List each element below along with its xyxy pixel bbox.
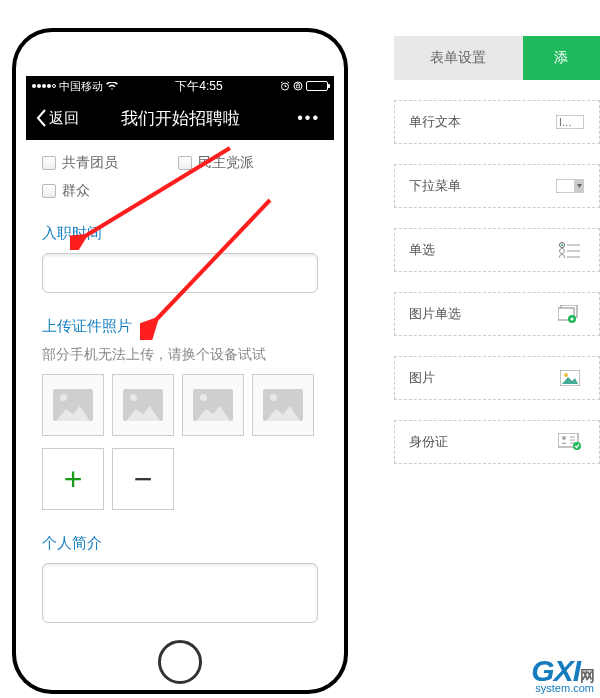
add-button[interactable]: + [42,448,104,510]
tab-add[interactable]: 添 [523,36,600,80]
more-button[interactable]: ••• [297,109,320,127]
component-single-text[interactable]: 单行文本 I… [394,100,600,144]
tab-row: 表单设置 添 [394,36,600,80]
profile-input[interactable] [42,563,318,623]
status-bar: 中国移动 下午4:55 [26,76,334,96]
checkbox-icon [42,184,56,198]
component-list: 单行文本 I… 下拉菜单 单选 图片单选 图片 身份证 [394,100,600,464]
right-panel: 表单设置 添 单行文本 I… 下拉菜单 单选 图片单选 图片 身份证 [394,36,600,464]
image-placeholder-icon [193,389,233,421]
field-label-join-date: 入职时间 [42,224,318,243]
checkbox-label: 群众 [62,182,90,200]
component-label: 图片单选 [409,305,461,323]
svg-point-7 [561,244,563,246]
remove-button[interactable]: − [112,448,174,510]
image-placeholder-icon [123,389,163,421]
checkbox-icon [178,156,192,170]
component-label: 单选 [409,241,435,259]
phone-frame: 中国移动 下午4:55 返回 我们开始招聘啦 ••• [12,28,348,694]
add-remove-row: + − [42,448,318,510]
component-label: 下拉菜单 [409,177,461,195]
image-placeholder-icon [263,389,303,421]
checkbox-item[interactable]: 民主党派 [178,154,254,172]
component-label: 图片 [409,369,435,387]
form-content: 共青团员 民主党派 群众 入职时间 上传证件照片 部分手机无法上传，请换个设备试… [26,140,334,624]
tab-form-settings[interactable]: 表单设置 [394,36,523,80]
upload-slot[interactable] [42,374,104,436]
phone-screen: 中国移动 下午4:55 返回 我们开始招聘啦 ••• [26,76,334,624]
checkbox-icon [42,156,56,170]
component-radio[interactable]: 单选 [394,228,600,272]
upload-slot[interactable] [252,374,314,436]
radio-icon [555,241,585,259]
image-radio-icon [555,305,585,323]
checkbox-item[interactable]: 群众 [42,182,318,200]
upload-grid [42,374,318,436]
field-label-profile: 个人简介 [42,534,318,553]
signal-dots-icon [32,84,56,88]
svg-point-16 [571,318,574,321]
checkbox-item[interactable]: 共青团员 [42,154,118,172]
id-card-icon [555,433,585,451]
component-label: 单行文本 [409,113,461,131]
upload-hint: 部分手机无法上传，请换个设备试试 [42,346,318,364]
svg-point-11 [560,255,565,259]
svg-point-9 [560,249,565,254]
clock-label: 下午4:55 [175,78,222,95]
component-label: 身份证 [409,433,448,451]
upload-slot[interactable] [112,374,174,436]
svg-point-18 [564,373,568,377]
checkbox-label: 共青团员 [62,154,118,172]
field-label-upload: 上传证件照片 [42,317,318,336]
watermark-url: system.com [531,682,594,694]
home-button[interactable] [158,640,202,684]
alarm-icon [280,81,290,91]
phone-inner: 中国移动 下午4:55 返回 我们开始招聘啦 ••• [16,32,344,690]
upload-slot[interactable] [182,374,244,436]
component-dropdown[interactable]: 下拉菜单 [394,164,600,208]
checkbox-group: 共青团员 民主党派 群众 [42,154,318,200]
image-icon [555,369,585,387]
watermark: GXI网 system.com [531,654,594,694]
checkbox-label: 民主党派 [198,154,254,172]
component-image[interactable]: 图片 [394,356,600,400]
battery-icon [306,81,328,91]
rotation-lock-icon [293,81,303,91]
back-label: 返回 [49,109,79,128]
back-button[interactable]: 返回 [36,109,79,128]
dropdown-icon [555,177,585,195]
nav-bar: 返回 我们开始招聘啦 ••• [26,96,334,140]
text-input-icon: I… [555,113,585,131]
wifi-icon [106,82,118,91]
svg-text:I…: I… [559,117,572,128]
chevron-left-icon [36,109,47,127]
join-date-input[interactable] [42,253,318,293]
component-image-radio[interactable]: 图片单选 [394,292,600,336]
page-title: 我们开始招聘啦 [121,107,240,130]
component-id-card[interactable]: 身份证 [394,420,600,464]
image-placeholder-icon [53,389,93,421]
carrier-label: 中国移动 [59,79,103,94]
svg-point-20 [562,436,566,440]
